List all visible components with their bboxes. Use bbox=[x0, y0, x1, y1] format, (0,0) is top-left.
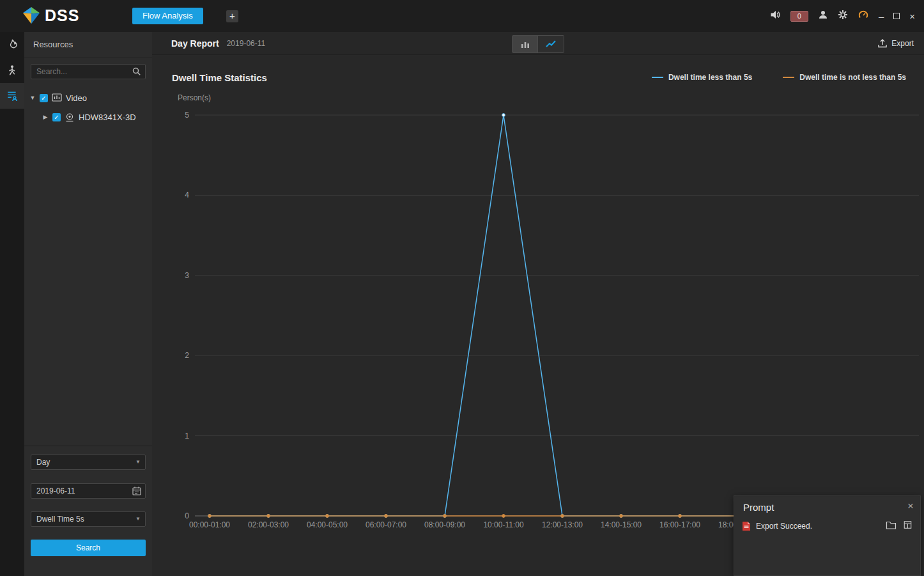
tree-node-video[interactable]: ▼ ✓ Video bbox=[24, 88, 152, 107]
expand-caret-icon[interactable]: ▼ bbox=[29, 95, 36, 101]
report-header: Day Report 2019-06-11 Export bbox=[152, 32, 924, 55]
chart-legend: Dwell time less than 5s Dwell time is no… bbox=[652, 73, 906, 82]
legend-line-icon bbox=[652, 77, 663, 78]
add-tab-button[interactable]: + bbox=[226, 10, 238, 22]
svg-text:1: 1 bbox=[185, 432, 189, 440]
close-button[interactable]: × bbox=[909, 12, 915, 21]
camera-checkbox[interactable]: ✓ bbox=[52, 113, 61, 121]
titlebar-controls: 0 – × bbox=[770, 0, 915, 32]
collapsed-caret-icon[interactable]: ▶ bbox=[42, 114, 49, 120]
svg-text:12:00-13:00: 12:00-13:00 bbox=[542, 520, 583, 529]
camera-icon bbox=[65, 113, 75, 122]
svg-text:16:00-17:00: 16:00-17:00 bbox=[659, 520, 700, 529]
tree-node-label: HDW8341X-3D bbox=[79, 113, 136, 122]
svg-text:08:00-09:00: 08:00-09:00 bbox=[424, 520, 465, 529]
pedestrian-icon bbox=[6, 65, 18, 76]
search-button[interactable]: Search bbox=[31, 540, 146, 556]
svg-text:0: 0 bbox=[185, 511, 189, 520]
search-icon[interactable] bbox=[132, 66, 142, 79]
prompt-message-row: Export Succeed. bbox=[742, 520, 912, 532]
prompt-title: Prompt bbox=[734, 496, 920, 513]
dss-logo-icon bbox=[22, 6, 41, 25]
performance-gauge-icon[interactable] bbox=[858, 10, 869, 22]
open-folder-icon[interactable] bbox=[886, 520, 897, 532]
tree-node-camera[interactable]: ▶ ✓ HDW8341X-3D bbox=[24, 107, 152, 127]
export-icon bbox=[877, 38, 888, 49]
prompt-close-icon[interactable]: × bbox=[907, 500, 914, 513]
rail-item-people-counting[interactable] bbox=[0, 58, 24, 83]
device-tree: ▼ ✓ Video ▶ ✓ HDW8341X-3D bbox=[24, 88, 152, 127]
report-title: Day Report bbox=[171, 38, 219, 49]
speaker-icon[interactable] bbox=[770, 10, 781, 22]
minimize-button[interactable]: – bbox=[879, 12, 884, 21]
svg-text:2: 2 bbox=[185, 351, 189, 360]
svg-text:00:00-01:00: 00:00-01:00 bbox=[189, 520, 230, 529]
check-icon: ✓ bbox=[41, 95, 46, 102]
prompt-popup: Prompt × Export Succeed. bbox=[734, 495, 921, 576]
bar-chart-icon bbox=[520, 40, 530, 49]
tab-flow-analysis[interactable]: Flow Analysis bbox=[132, 8, 203, 24]
chart-title: Dwell Time Statistics bbox=[172, 72, 267, 83]
flow-analysis-icon bbox=[6, 90, 18, 102]
app-logo: DSS bbox=[22, 6, 79, 25]
video-group-icon bbox=[52, 93, 62, 102]
svg-text:14:00-15:00: 14:00-15:00 bbox=[601, 520, 642, 529]
svg-text:02:00-03:00: 02:00-03:00 bbox=[248, 520, 289, 529]
svg-text:04:00-05:00: 04:00-05:00 bbox=[307, 520, 348, 529]
chevron-down-icon: ▼ bbox=[135, 455, 141, 469]
logo-text: DSS bbox=[45, 6, 79, 25]
tree-node-label: Video bbox=[66, 93, 87, 103]
dwell-time-select[interactable]: Dwell Time 5s ▼ bbox=[31, 511, 146, 527]
resources-panel: Resources ▼ ✓ Video ▶ ✓ H bbox=[24, 32, 152, 576]
prompt-actions bbox=[886, 520, 912, 532]
report-area: Day Report 2019-06-11 Export Dwell Time bbox=[152, 32, 924, 576]
report-date: 2019-06-11 bbox=[227, 39, 266, 48]
svg-text:10:00-11:00: 10:00-11:00 bbox=[483, 520, 523, 529]
svg-text:4: 4 bbox=[185, 191, 189, 199]
legend-label: Dwell time less than 5s bbox=[668, 73, 752, 82]
export-label: Export bbox=[891, 39, 914, 48]
line-chart-icon bbox=[546, 40, 556, 49]
alarm-count-badge[interactable]: 0 bbox=[790, 11, 808, 22]
date-value: 2019-06-11 bbox=[36, 486, 75, 495]
search-input[interactable] bbox=[31, 64, 146, 79]
period-value: Day bbox=[36, 458, 50, 467]
module-rail bbox=[0, 32, 24, 576]
calendar-icon[interactable] bbox=[132, 486, 142, 501]
maximize-button[interactable] bbox=[893, 13, 900, 19]
video-checkbox[interactable]: ✓ bbox=[40, 94, 48, 102]
resources-title: Resources bbox=[24, 32, 152, 58]
chevron-down-icon: ▼ bbox=[135, 512, 141, 526]
titlebar: DSS Flow Analysis + 0 – × bbox=[0, 0, 924, 32]
rail-item-flow-analysis[interactable] bbox=[0, 83, 24, 109]
legend-item-not-less-than-5s[interactable]: Dwell time is not less than 5s bbox=[783, 73, 906, 82]
open-file-icon[interactable] bbox=[903, 520, 912, 532]
line-chart-toggle[interactable] bbox=[538, 36, 564, 52]
legend-label: Dwell time is not less than 5s bbox=[799, 73, 906, 82]
export-button[interactable]: Export bbox=[877, 32, 914, 55]
check-icon: ✓ bbox=[54, 114, 59, 121]
svg-text:06:00-07:00: 06:00-07:00 bbox=[366, 520, 406, 529]
user-icon[interactable] bbox=[818, 10, 828, 22]
report-filter-panel: Day ▼ 2019-06-11 Dwell Time 5s ▼ Search bbox=[24, 446, 152, 576]
prompt-message: Export Succeed. bbox=[756, 522, 812, 531]
bar-chart-toggle[interactable] bbox=[512, 36, 538, 52]
svg-text:5: 5 bbox=[185, 111, 189, 120]
pdf-file-icon bbox=[742, 521, 751, 531]
dwell-value: Dwell Time 5s bbox=[36, 515, 84, 524]
gear-icon[interactable] bbox=[838, 10, 848, 22]
resource-search bbox=[31, 64, 146, 79]
chart-type-toggle bbox=[512, 35, 564, 53]
period-select[interactable]: Day ▼ bbox=[31, 455, 146, 470]
svg-text:3: 3 bbox=[185, 271, 189, 280]
legend-item-less-than-5s[interactable]: Dwell time less than 5s bbox=[652, 73, 752, 82]
date-picker[interactable]: 2019-06-11 bbox=[31, 483, 146, 499]
rail-item-heatmap[interactable] bbox=[0, 32, 24, 58]
legend-line-icon bbox=[783, 77, 794, 78]
flame-icon bbox=[6, 39, 18, 51]
